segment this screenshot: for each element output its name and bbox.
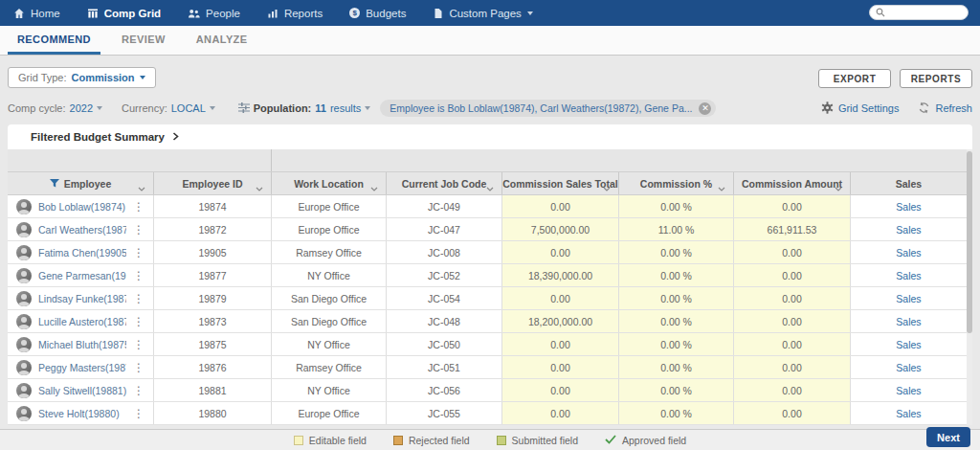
column-menu-icon[interactable]: [256, 182, 263, 193]
row-menu-button[interactable]: ⋮: [133, 362, 145, 373]
filtered-budget-summary[interactable]: Filtered Budget Summary: [8, 124, 972, 149]
commission-amount-cell[interactable]: 0.00: [734, 379, 851, 401]
employee-name-link[interactable]: Michael Bluth(19875): [38, 339, 126, 350]
column-header-commission-pct[interactable]: Commission %: [619, 172, 734, 194]
search-input[interactable]: [889, 8, 962, 18]
row-menu-button[interactable]: ⋮: [133, 385, 145, 396]
grid-settings-button[interactable]: Grid Settings: [821, 101, 900, 116]
remove-filter-icon[interactable]: ✕: [699, 102, 711, 115]
tab-recommend[interactable]: RECOMMEND: [8, 34, 100, 55]
commission-pct-cell[interactable]: 0.00 %: [619, 264, 734, 286]
scrollbar-thumb[interactable]: [967, 151, 972, 333]
row-menu-button[interactable]: ⋮: [133, 247, 145, 259]
commission-pct-cell[interactable]: 0.00 %: [619, 287, 734, 309]
row-menu-button[interactable]: ⋮: [133, 224, 145, 236]
nav-budgets[interactable]: $ Budgets: [336, 0, 419, 26]
commission-sales-total-cell[interactable]: 7,500,000.00: [502, 218, 619, 240]
commission-pct-cell[interactable]: 11.00 %: [619, 218, 734, 240]
sales-link[interactable]: Sales: [896, 316, 921, 327]
chevron-down-icon: [527, 11, 533, 15]
column-header-employee[interactable]: Employee: [8, 172, 154, 194]
column-menu-icon[interactable]: [603, 182, 611, 193]
commission-amount-cell[interactable]: 0.00: [734, 264, 851, 286]
employee-cell: Fatima Chen(19905) ⋮: [8, 241, 154, 263]
refresh-button[interactable]: Refresh: [918, 101, 972, 116]
sales-link[interactable]: Sales: [896, 247, 921, 259]
population-dropdown[interactable]: Population: 11 results: [238, 102, 371, 115]
employee-name-link[interactable]: Peggy Masters(19876): [38, 362, 126, 373]
export-button[interactable]: EXPORT: [818, 69, 891, 88]
column-menu-icon[interactable]: [138, 182, 145, 193]
sales-link[interactable]: Sales: [896, 270, 921, 281]
reports-button[interactable]: REPORTS: [900, 69, 972, 88]
commission-pct-cell[interactable]: 0.00 %: [619, 195, 734, 217]
commission-amount-cell[interactable]: 0.00: [734, 310, 851, 332]
sales-link[interactable]: Sales: [896, 201, 921, 213]
column-header-commission-amount[interactable]: Commission Amount: [734, 172, 851, 194]
vertical-scrollbar[interactable]: [967, 149, 972, 425]
commission-sales-total-cell[interactable]: 18,390,000.00: [502, 264, 619, 286]
row-menu-button[interactable]: ⋮: [133, 270, 145, 281]
employee-name-link[interactable]: Fatima Chen(19905): [38, 247, 126, 259]
nav-comp-grid[interactable]: Comp Grid: [74, 0, 174, 26]
commission-sales-total-cell[interactable]: 0.00: [502, 195, 619, 217]
commission-sales-total-cell[interactable]: 0.00: [502, 402, 619, 424]
next-button[interactable]: Next: [926, 427, 970, 447]
employee-name-link[interactable]: Sally Sitwell(19881): [38, 385, 126, 396]
commission-amount-cell[interactable]: 0.00: [734, 356, 851, 378]
commission-pct-cell[interactable]: 0.00 %: [619, 402, 734, 424]
column-menu-icon[interactable]: [486, 182, 494, 193]
commission-sales-total-cell[interactable]: 0.00: [502, 287, 619, 309]
tab-analyze[interactable]: ANALYZE: [187, 34, 257, 55]
currency-dropdown[interactable]: Currency: LOCAL: [122, 102, 215, 114]
commission-amount-cell[interactable]: 0.00: [734, 195, 851, 217]
commission-amount-cell[interactable]: 661,911.53: [734, 218, 851, 240]
column-header-employee-id[interactable]: Employee ID: [154, 172, 272, 194]
sales-link[interactable]: Sales: [896, 408, 921, 419]
row-menu-button[interactable]: ⋮: [133, 201, 145, 213]
global-search[interactable]: [869, 5, 969, 20]
commission-pct-cell[interactable]: 0.00 %: [619, 379, 734, 401]
row-menu-button[interactable]: ⋮: [133, 339, 145, 350]
column-menu-icon[interactable]: [718, 182, 725, 193]
column-header-commission-sales-total[interactable]: Commission Sales Total: [502, 172, 619, 194]
commission-sales-total-cell[interactable]: 18,200,000.00: [502, 310, 619, 332]
grid-type-dropdown[interactable]: Grid Type: Commission: [8, 67, 156, 88]
commission-amount-cell[interactable]: 0.00: [734, 287, 851, 309]
employee-name-link[interactable]: Lucille Austero(19873): [38, 316, 126, 327]
commission-sales-total-cell[interactable]: 0.00: [502, 333, 619, 355]
commission-amount-cell[interactable]: 0.00: [734, 333, 851, 355]
commission-pct-cell[interactable]: 0.00 %: [619, 356, 734, 378]
nav-custom-pages[interactable]: Custom Pages: [419, 0, 546, 26]
sales-link[interactable]: Sales: [896, 362, 921, 373]
comp-cycle-dropdown[interactable]: Comp cycle: 2022: [8, 102, 102, 114]
employee-name-link[interactable]: Carl Weathers(19872): [38, 224, 126, 236]
commission-pct-cell[interactable]: 0.00 %: [619, 333, 734, 355]
column-header-work-location[interactable]: Work Location: [272, 172, 387, 194]
nav-reports[interactable]: Reports: [254, 0, 336, 26]
column-menu-icon[interactable]: [835, 182, 842, 193]
nav-people[interactable]: People: [174, 0, 254, 26]
employee-name-link[interactable]: Gene Parmesan(19877): [38, 270, 126, 281]
column-menu-icon[interactable]: [370, 182, 378, 193]
commission-sales-total-cell[interactable]: 0.00: [502, 241, 619, 263]
commission-amount-cell[interactable]: 0.00: [734, 241, 851, 263]
column-header-job-code[interactable]: Current Job Code: [387, 172, 502, 194]
tab-review[interactable]: REVIEW: [112, 34, 175, 55]
sales-link[interactable]: Sales: [896, 293, 921, 304]
employee-name-link[interactable]: Steve Holt(19880): [38, 408, 126, 419]
row-menu-button[interactable]: ⋮: [133, 408, 145, 419]
commission-pct-cell[interactable]: 0.00 %: [619, 241, 734, 263]
commission-sales-total-cell[interactable]: 0.00: [502, 379, 619, 401]
sales-link[interactable]: Sales: [896, 224, 921, 236]
nav-home[interactable]: Home: [0, 0, 74, 26]
row-menu-button[interactable]: ⋮: [133, 293, 145, 304]
sales-link[interactable]: Sales: [896, 385, 921, 396]
commission-amount-cell[interactable]: 0.00: [734, 402, 851, 424]
sales-link[interactable]: Sales: [896, 339, 921, 350]
row-menu-button[interactable]: ⋮: [133, 316, 145, 327]
commission-sales-total-cell[interactable]: 0.00: [502, 356, 619, 378]
commission-pct-cell[interactable]: 0.00 %: [619, 310, 734, 332]
employee-name-link[interactable]: Bob Loblaw(19874): [38, 201, 126, 213]
employee-name-link[interactable]: Lindsay Funke(19879): [38, 293, 126, 304]
